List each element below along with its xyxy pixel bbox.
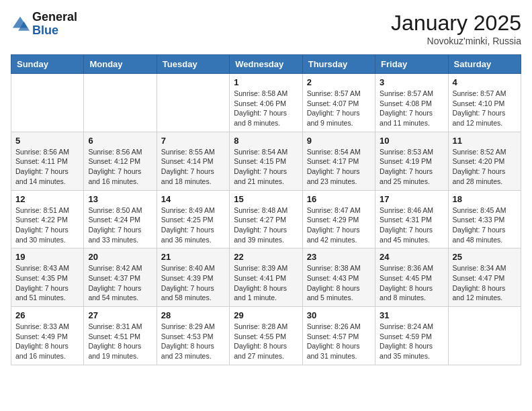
day-info: Sunrise: 8:50 AM Sunset: 4:24 PM Dayligh… [88,205,152,245]
day-number: 9 [307,136,371,146]
day-number: 25 [453,252,517,262]
day-info: Sunrise: 8:53 AM Sunset: 4:19 PM Dayligh… [380,147,443,187]
day-number: 22 [234,252,298,262]
calendar-cell: 23Sunrise: 8:38 AM Sunset: 4:43 PM Dayli… [302,248,375,307]
day-info: Sunrise: 8:40 AM Sunset: 4:39 PM Dayligh… [161,263,225,303]
calendar-cell [157,74,229,132]
weekday-header-thursday: Thursday [302,55,375,74]
day-number: 6 [88,136,152,146]
week-row-3: 12Sunrise: 8:51 AM Sunset: 4:22 PM Dayli… [11,190,521,248]
day-info: Sunrise: 8:26 AM Sunset: 4:57 PM Dayligh… [307,322,371,361]
day-number: 1 [234,77,298,87]
calendar-cell: 6Sunrise: 8:56 AM Sunset: 4:12 PM Daylig… [84,132,157,190]
calendar-cell: 15Sunrise: 8:48 AM Sunset: 4:27 PM Dayli… [230,190,302,248]
day-info: Sunrise: 8:56 AM Sunset: 4:12 PM Dayligh… [88,147,152,187]
day-info: Sunrise: 8:47 AM Sunset: 4:29 PM Dayligh… [307,205,371,245]
day-number: 10 [380,136,443,146]
calendar-cell: 3Sunrise: 8:57 AM Sunset: 4:08 PM Daylig… [375,74,448,132]
day-info: Sunrise: 8:51 AM Sunset: 4:22 PM Dayligh… [15,205,79,245]
calendar-cell: 14Sunrise: 8:49 AM Sunset: 4:25 PM Dayli… [157,190,229,248]
day-info: Sunrise: 8:24 AM Sunset: 4:59 PM Dayligh… [380,322,443,361]
week-row-2: 5Sunrise: 8:56 AM Sunset: 4:11 PM Daylig… [11,132,521,190]
day-info: Sunrise: 8:36 AM Sunset: 4:45 PM Dayligh… [380,263,443,303]
day-number: 21 [161,252,225,262]
day-number: 2 [307,77,371,87]
day-number: 16 [307,194,371,204]
day-info: Sunrise: 8:45 AM Sunset: 4:33 PM Dayligh… [453,205,517,245]
day-number: 31 [380,310,443,320]
calendar-cell: 7Sunrise: 8:55 AM Sunset: 4:14 PM Daylig… [157,132,229,190]
weekday-header-friday: Friday [375,55,448,74]
calendar-cell: 17Sunrise: 8:46 AM Sunset: 4:31 PM Dayli… [375,190,448,248]
calendar-cell: 11Sunrise: 8:52 AM Sunset: 4:20 PM Dayli… [448,132,521,190]
day-info: Sunrise: 8:33 AM Sunset: 4:49 PM Dayligh… [15,322,79,361]
calendar-cell: 13Sunrise: 8:50 AM Sunset: 4:24 PM Dayli… [84,190,157,248]
calendar-cell: 20Sunrise: 8:42 AM Sunset: 4:37 PM Dayli… [84,248,157,307]
week-row-1: 1Sunrise: 8:58 AM Sunset: 4:06 PM Daylig… [11,74,521,132]
calendar-cell: 1Sunrise: 8:58 AM Sunset: 4:06 PM Daylig… [230,74,302,132]
calendar-cell: 16Sunrise: 8:47 AM Sunset: 4:29 PM Dayli… [302,190,375,248]
title-block: January 2025 Novokuz'minki, Russia [391,11,521,46]
day-number: 23 [307,252,371,262]
week-row-5: 26Sunrise: 8:33 AM Sunset: 4:49 PM Dayli… [11,307,521,365]
logo-blue: Blue [32,24,77,38]
calendar-cell: 5Sunrise: 8:56 AM Sunset: 4:11 PM Daylig… [11,132,84,190]
day-info: Sunrise: 8:34 AM Sunset: 4:47 PM Dayligh… [453,263,517,303]
day-info: Sunrise: 8:57 AM Sunset: 4:07 PM Dayligh… [307,89,371,128]
day-info: Sunrise: 8:46 AM Sunset: 4:31 PM Dayligh… [380,205,443,245]
calendar-cell: 24Sunrise: 8:36 AM Sunset: 4:45 PM Dayli… [375,248,448,307]
day-info: Sunrise: 8:49 AM Sunset: 4:25 PM Dayligh… [161,205,225,245]
logo-text: General Blue [32,11,77,38]
calendar-cell: 28Sunrise: 8:29 AM Sunset: 4:53 PM Dayli… [157,307,229,365]
calendar-cell: 18Sunrise: 8:45 AM Sunset: 4:33 PM Dayli… [448,190,521,248]
calendar-cell [11,74,84,132]
day-info: Sunrise: 8:42 AM Sunset: 4:37 PM Dayligh… [88,263,152,303]
day-info: Sunrise: 8:57 AM Sunset: 4:10 PM Dayligh… [453,89,517,128]
weekday-header-wednesday: Wednesday [230,55,302,74]
calendar-cell [448,307,521,365]
calendar-cell: 19Sunrise: 8:43 AM Sunset: 4:35 PM Dayli… [11,248,84,307]
calendar-cell [84,74,157,132]
day-number: 30 [307,310,371,320]
day-info: Sunrise: 8:39 AM Sunset: 4:41 PM Dayligh… [234,263,298,303]
logo-general: General [32,11,77,24]
day-info: Sunrise: 8:48 AM Sunset: 4:27 PM Dayligh… [234,205,298,245]
page-header: General Blue January 2025 Novokuz'minki,… [11,11,521,46]
day-info: Sunrise: 8:43 AM Sunset: 4:35 PM Dayligh… [15,263,79,303]
calendar-cell: 21Sunrise: 8:40 AM Sunset: 4:39 PM Dayli… [157,248,229,307]
day-number: 28 [161,310,225,320]
calendar-cell: 25Sunrise: 8:34 AM Sunset: 4:47 PM Dayli… [448,248,521,307]
day-info: Sunrise: 8:54 AM Sunset: 4:15 PM Dayligh… [234,147,298,187]
calendar-cell: 29Sunrise: 8:28 AM Sunset: 4:55 PM Dayli… [230,307,302,365]
calendar-cell: 4Sunrise: 8:57 AM Sunset: 4:10 PM Daylig… [448,74,521,132]
day-number: 18 [453,194,517,204]
location: Novokuz'minki, Russia [391,36,521,46]
day-number: 20 [88,252,152,262]
calendar-cell: 26Sunrise: 8:33 AM Sunset: 4:49 PM Dayli… [11,307,84,365]
day-number: 8 [234,136,298,146]
day-info: Sunrise: 8:56 AM Sunset: 4:11 PM Dayligh… [15,147,79,187]
calendar-cell: 8Sunrise: 8:54 AM Sunset: 4:15 PM Daylig… [230,132,302,190]
day-number: 29 [234,310,298,320]
day-info: Sunrise: 8:29 AM Sunset: 4:53 PM Dayligh… [161,322,225,361]
logo-icon [11,15,30,34]
day-info: Sunrise: 8:54 AM Sunset: 4:17 PM Dayligh… [307,147,371,187]
day-info: Sunrise: 8:38 AM Sunset: 4:43 PM Dayligh… [307,263,371,303]
day-number: 11 [453,136,517,146]
day-number: 7 [161,136,225,146]
day-info: Sunrise: 8:58 AM Sunset: 4:06 PM Dayligh… [234,89,298,128]
calendar-cell: 2Sunrise: 8:57 AM Sunset: 4:07 PM Daylig… [302,74,375,132]
day-number: 14 [161,194,225,204]
logo: General Blue [11,11,77,38]
weekday-header-sunday: Sunday [11,55,84,74]
day-number: 5 [15,136,79,146]
weekday-header-tuesday: Tuesday [157,55,229,74]
day-number: 26 [15,310,79,320]
week-row-4: 19Sunrise: 8:43 AM Sunset: 4:35 PM Dayli… [11,248,521,307]
day-number: 12 [15,194,79,204]
calendar-cell: 22Sunrise: 8:39 AM Sunset: 4:41 PM Dayli… [230,248,302,307]
day-number: 13 [88,194,152,204]
day-number: 3 [380,77,443,87]
day-number: 17 [380,194,443,204]
month-title: January 2025 [391,11,521,36]
